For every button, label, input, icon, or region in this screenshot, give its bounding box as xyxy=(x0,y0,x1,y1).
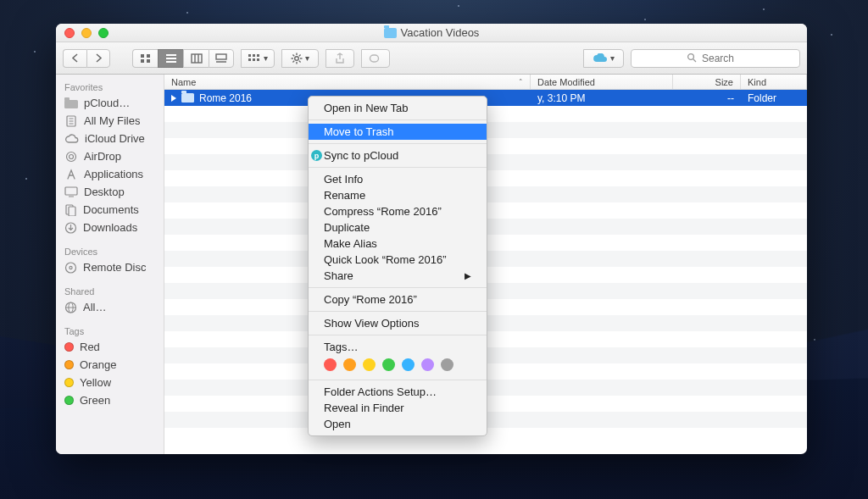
menu-item-rename[interactable]: Rename xyxy=(309,187,487,203)
view-list-button[interactable] xyxy=(158,49,183,68)
menu-item-folder-actions[interactable]: Folder Actions Setup… xyxy=(309,384,487,400)
sidebar-item-label: AirDrop xyxy=(84,150,121,163)
menu-item-open-new-tab[interactable]: Open in New Tab xyxy=(309,100,487,116)
menu-item-show-view-options[interactable]: Show View Options xyxy=(309,315,487,331)
edit-tags-button[interactable] xyxy=(361,49,390,68)
svg-rect-1 xyxy=(147,54,150,58)
downloads-icon xyxy=(64,222,77,234)
svg-rect-27 xyxy=(370,55,379,62)
sidebar-item-icloud[interactable]: iCloud Drive xyxy=(56,130,164,147)
menu-item-tags[interactable]: Tags… xyxy=(309,339,487,355)
menu-item-move-to-trash[interactable]: Move to Trash xyxy=(309,124,487,140)
search-input[interactable] xyxy=(631,49,800,68)
menu-item-open[interactable]: Open xyxy=(309,416,487,432)
file-name: Rome 2016 xyxy=(199,92,252,104)
grid-icon xyxy=(140,53,152,64)
zoom-window-button[interactable] xyxy=(98,28,108,38)
sidebar-heading-shared: Shared xyxy=(56,283,164,298)
sidebar-tag-orange[interactable]: Orange xyxy=(56,356,164,374)
svg-rect-2 xyxy=(141,59,144,63)
sidebar-item-all-my-files[interactable]: All My Files xyxy=(56,112,164,130)
chevron-down-icon: ▾ xyxy=(264,53,268,63)
tag-dot-icon xyxy=(64,342,74,352)
list-icon xyxy=(165,53,177,64)
view-icons-button[interactable] xyxy=(132,49,158,68)
tag-swatch-green[interactable] xyxy=(382,358,395,371)
back-button[interactable] xyxy=(63,49,86,68)
svg-rect-30 xyxy=(64,100,78,108)
menu-tag-swatches xyxy=(309,355,487,376)
submenu-arrow-icon: ▶ xyxy=(465,271,471,280)
sidebar-item-label: Remote Disc xyxy=(83,261,146,274)
sidebar-item-label: Downloads xyxy=(83,221,137,234)
tag-swatch-gray[interactable] xyxy=(441,358,453,371)
folder-icon xyxy=(384,28,397,38)
tag-dot-icon xyxy=(64,360,74,369)
menu-item-sync-pcloud[interactable]: pSync to pCloud xyxy=(309,147,487,164)
file-kind: Folder xyxy=(748,92,776,104)
share-button[interactable] xyxy=(326,49,354,68)
view-columns-button[interactable] xyxy=(183,49,209,68)
tag-swatch-red[interactable] xyxy=(324,358,337,371)
airdrop-icon xyxy=(64,151,78,163)
desktop-icon xyxy=(64,186,78,197)
menu-item-compress[interactable]: Compress “Rome 2016” xyxy=(309,203,487,219)
cloud-icon xyxy=(593,53,608,64)
network-icon xyxy=(64,302,77,313)
search-field[interactable] xyxy=(631,49,800,68)
view-coverflow-button[interactable] xyxy=(209,49,234,68)
tag-dot-icon xyxy=(64,378,74,387)
sidebar-item-pcloud[interactable]: pCloud… xyxy=(56,94,164,112)
minimize-window-button[interactable] xyxy=(81,28,92,38)
tag-swatch-orange[interactable] xyxy=(343,358,356,371)
all-files-icon xyxy=(64,115,78,127)
column-header-date-modified[interactable]: Date Modified xyxy=(531,75,673,89)
sidebar-item-remote-disc[interactable]: Remote Disc xyxy=(56,258,164,276)
folder-icon xyxy=(64,97,78,108)
sidebar-item-documents[interactable]: Documents xyxy=(56,201,164,219)
disclosure-triangle-icon[interactable] xyxy=(171,95,176,102)
sidebar-heading-tags: Tags xyxy=(56,323,164,338)
sidebar-tag-red[interactable]: Red xyxy=(56,338,164,356)
svg-rect-15 xyxy=(248,58,251,61)
column-header-kind[interactable]: Kind xyxy=(741,75,807,89)
menu-item-quick-look[interactable]: Quick Look “Rome 2016” xyxy=(309,252,487,268)
svg-rect-41 xyxy=(69,207,75,216)
sidebar-item-label: All… xyxy=(83,301,106,313)
title-bar[interactable]: Vacation Videos xyxy=(56,24,807,42)
arrange-button[interactable]: ▾ xyxy=(241,49,275,68)
menu-item-share[interactable]: Share▶ xyxy=(309,268,487,284)
pcloud-button[interactable]: ▾ xyxy=(583,49,624,68)
menu-item-copy[interactable]: Copy “Rome 2016” xyxy=(309,291,487,308)
sidebar-tag-yellow[interactable]: Yellow xyxy=(56,374,164,391)
menu-separator xyxy=(309,167,487,168)
tag-swatch-blue[interactable] xyxy=(402,358,415,371)
svg-rect-16 xyxy=(253,58,255,61)
svg-rect-5 xyxy=(166,58,176,59)
sidebar-item-applications[interactable]: Applications xyxy=(56,165,164,183)
svg-rect-6 xyxy=(166,61,176,63)
svg-rect-0 xyxy=(141,54,144,58)
disc-icon xyxy=(64,262,77,274)
close-window-button[interactable] xyxy=(64,28,75,38)
sidebar-tag-green[interactable]: Green xyxy=(56,391,164,409)
tag-swatch-purple[interactable] xyxy=(421,358,434,371)
menu-item-duplicate[interactable]: Duplicate xyxy=(309,219,487,236)
file-size: -- xyxy=(727,92,734,104)
column-header-name[interactable]: Name˄ xyxy=(164,75,531,89)
action-button[interactable]: ▾ xyxy=(281,49,319,68)
menu-item-reveal[interactable]: Reveal in Finder xyxy=(309,400,487,416)
sidebar-item-shared-all[interactable]: All… xyxy=(56,298,164,316)
cloud-icon xyxy=(64,134,79,144)
column-header-size[interactable]: Size xyxy=(673,75,741,89)
column-headers: Name˄ Date Modified Size Kind xyxy=(164,75,807,90)
menu-item-make-alias[interactable]: Make Alias xyxy=(309,236,487,252)
sidebar: Favorites pCloud… All My Files iCloud Dr… xyxy=(56,75,164,454)
tag-swatch-yellow[interactable] xyxy=(363,358,376,371)
sidebar-item-label: Red xyxy=(80,341,100,353)
menu-item-get-info[interactable]: Get Info xyxy=(309,171,487,187)
sidebar-item-downloads[interactable]: Downloads xyxy=(56,219,164,236)
sidebar-item-airdrop[interactable]: AirDrop xyxy=(56,147,164,165)
sidebar-item-desktop[interactable]: Desktop xyxy=(56,183,164,201)
forward-button[interactable] xyxy=(86,49,110,68)
